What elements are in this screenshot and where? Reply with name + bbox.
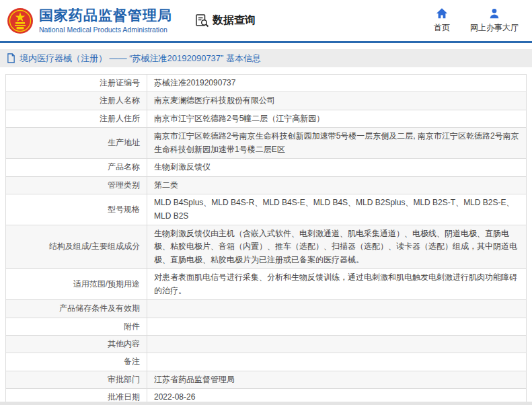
table-row: 注册人名称南京麦澜德医疗科技股份有限公司	[6, 92, 527, 110]
table-row: 其他内容	[6, 336, 527, 353]
row-label-text: 产品储存条件及有效期	[59, 303, 140, 313]
table-row: 审批部门江苏省药品监督管理局	[6, 371, 527, 388]
info-table: 注册证编号苏械注准20192090737注册人名称南京麦澜德医疗科技股份有限公司…	[5, 74, 527, 405]
row-value	[147, 300, 527, 318]
header-nav: 首页 网上办事大厅	[434, 7, 523, 34]
row-label: 注册证编号	[6, 75, 147, 92]
row-label-text: 产品名称	[108, 162, 140, 172]
info-table-body: 注册证编号苏械注准20192090737注册人名称南京麦澜德医疗科技股份有限公司…	[6, 75, 527, 405]
row-label: 管理类别	[6, 176, 147, 194]
row-label-text: 附件	[124, 322, 140, 331]
row-label: 其他内容	[6, 336, 147, 353]
row-value: 苏械注准20192090737	[147, 75, 527, 92]
row-value: 生物刺激反馈仪由主机（含嵌入式软件、电刺激通道、肌电采集通道）、电极线、阴道电极…	[147, 225, 527, 268]
table-row: 注册证编号苏械注准20192090737	[6, 75, 527, 92]
agency-name: 国家药品监督管理局	[39, 7, 172, 24]
row-label: 注册人名称	[6, 92, 147, 110]
footer-strip	[0, 402, 532, 405]
row-value	[147, 336, 527, 353]
document-icon	[7, 53, 15, 63]
row-value: 南京市江宁区乾德路2号南京生命科技创新园加速带5号楼一层东侧及二层, 南京市江宁…	[147, 128, 527, 159]
row-label-text: 型号规格	[108, 205, 140, 214]
row-label: 结构及组成/主要组成成分	[6, 225, 147, 268]
national-emblem-icon	[7, 7, 34, 34]
row-value: 南京市江宁区乾德路2号5幢二层（江宁高新园）	[147, 110, 527, 127]
row-label: 注册人住所	[6, 110, 147, 127]
row-label-text: 注册人名称	[100, 96, 140, 105]
nav-service-hall-label: 网上办事大厅	[470, 22, 519, 34]
breadcrumb-text: 境内医疗器械（注册） —— “苏械注准20192090737” 基本信息	[20, 52, 261, 65]
table-row: 生产地址南京市江宁区乾德路2号南京生命科技创新园加速带5号楼一层东侧及二层, 南…	[6, 128, 527, 159]
table-row: 备注	[6, 353, 527, 371]
row-value: 第二类	[147, 176, 527, 194]
row-label-text: 其他内容	[108, 339, 140, 348]
home-icon	[436, 7, 448, 20]
row-value: 南京麦澜德医疗科技股份有限公司	[147, 92, 527, 110]
agency-logo-brand[interactable]: 国家药品监督管理局 National Medical Products Admi…	[7, 7, 172, 34]
row-label-text: 审批部门	[108, 375, 140, 384]
data-query-title: 数据查询	[195, 13, 256, 28]
row-label: 适用范围/预期用途	[6, 269, 147, 300]
breadcrumb: 境内医疗器械（注册） —— “苏械注准20192090737” 基本信息	[0, 49, 532, 67]
row-label: 备注	[6, 353, 147, 371]
document-search-icon	[195, 13, 209, 28]
person-icon	[488, 7, 500, 20]
row-label-text: 备注	[124, 357, 140, 366]
row-label-text: 批准日期	[108, 392, 140, 402]
table-row: 产品储存条件及有效期	[6, 300, 527, 318]
row-value: 生物刺激反馈仪	[147, 159, 527, 176]
row-value: 对患者表面肌电信号进行采集、分析和生物反馈训练，通过电刺激和肌电触发电刺激进行肌…	[147, 269, 527, 300]
agency-name-en: National Medical Products Administration	[39, 26, 172, 34]
row-value	[147, 353, 527, 371]
table-row: 管理类别第二类	[6, 176, 527, 194]
main-content: 注册证编号苏械注准20192090737注册人名称南京麦澜德医疗科技股份有限公司…	[0, 67, 532, 405]
row-label: 产品储存条件及有效期	[6, 300, 147, 318]
site-header: 国家药品监督管理局 National Medical Products Admi…	[0, 0, 532, 43]
data-query-label: 数据查询	[213, 13, 256, 28]
row-label-text: 管理类别	[108, 180, 140, 190]
row-label: 产品名称	[6, 159, 147, 176]
table-row: 附件	[6, 318, 527, 335]
row-label-text: 生产地址	[108, 138, 140, 147]
table-row: 产品名称生物刺激反馈仪	[6, 159, 527, 176]
row-label: 生产地址	[6, 128, 147, 159]
row-value: MLD B4Splus、MLD B4S-R、MLD B4S-E、MLD B4S、…	[147, 194, 527, 225]
row-value: 江苏省药品监督管理局	[147, 371, 527, 388]
agency-name-block: 国家药品监督管理局 National Medical Products Admi…	[39, 7, 172, 33]
row-label-text: 注册证编号	[100, 78, 140, 87]
row-label: 审批部门	[6, 371, 147, 388]
nav-home[interactable]: 首页	[434, 7, 450, 34]
row-label: 附件	[6, 318, 147, 335]
table-row: 适用范围/预期用途对患者表面肌电信号进行采集、分析和生物反馈训练，通过电刺激和肌…	[6, 269, 527, 300]
row-label-text: 注册人住所	[100, 114, 140, 123]
row-label-text: 结构及组成/主要组成成分	[49, 242, 140, 251]
table-row: 型号规格MLD B4Splus、MLD B4S-R、MLD B4S-E、MLD …	[6, 194, 527, 225]
table-row: 结构及组成/主要组成成分生物刺激反馈仪由主机（含嵌入式软件、电刺激通道、肌电采集…	[6, 225, 527, 268]
row-label-text: 适用范围/预期用途	[73, 279, 140, 289]
nav-home-label: 首页	[434, 22, 450, 34]
row-value	[147, 318, 527, 335]
row-label: 型号规格	[6, 194, 147, 225]
table-row: 注册人住所南京市江宁区乾德路2号5幢二层（江宁高新园）	[6, 110, 527, 127]
nav-service-hall[interactable]: 网上办事大厅	[470, 7, 519, 34]
